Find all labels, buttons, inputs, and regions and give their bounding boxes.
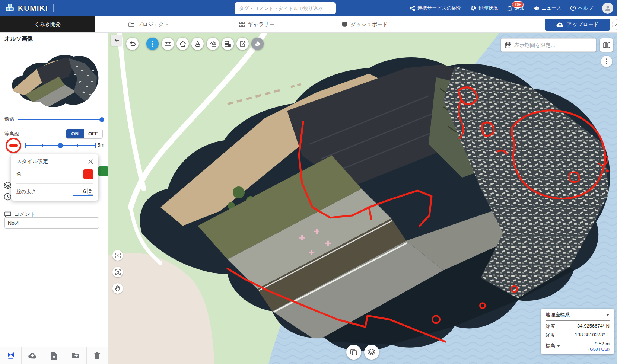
tab-dashboard-label: ダッシュボード [351, 21, 388, 28]
stepper-down-icon[interactable] [89, 192, 92, 194]
map-viewport[interactable]: 地理座標系 緯度 34.9256674° N 経度 138.3810278° E… [108, 33, 617, 364]
map-icon [603, 42, 610, 48]
coordinates-panel: 地理座標系 緯度 34.9256674° N 経度 138.3810278° E… [541, 309, 614, 354]
move-to-folder-button[interactable] [65, 347, 87, 364]
transparency-slider[interactable] [18, 119, 104, 120]
thickness-input[interactable] [73, 188, 86, 194]
news-label: ニュース [541, 5, 561, 12]
thickness-label: 線の太さ [16, 188, 36, 195]
transparency-slider-knob[interactable] [99, 117, 104, 122]
contour-line-swatch [9, 144, 18, 147]
more-tools-button[interactable] [146, 38, 159, 50]
chevron-down-icon [606, 314, 610, 316]
date-filter-input[interactable] [514, 42, 592, 48]
copy-icon [350, 349, 357, 355]
measure-area-button[interactable] [176, 38, 189, 50]
chevron-up-icon [615, 23, 617, 26]
help-label: ヘルプ [578, 5, 593, 12]
bottom-map-buttons [346, 345, 379, 360]
hand-icon [115, 285, 120, 291]
report-button[interactable] [43, 347, 65, 364]
global-search-input[interactable] [235, 2, 336, 14]
help-link[interactable]: ヘルプ [570, 5, 593, 12]
elevation-selector[interactable]: 標高 [546, 341, 560, 351]
notifications-link[interactable]: 通知 20+ [507, 5, 524, 12]
gsi-link[interactable]: GSI [601, 347, 608, 351]
collapse-left-icon [113, 38, 119, 42]
fit-bounds-icon [115, 253, 121, 258]
top-links: 連携サービスの紹介 処理状況 通知 [410, 0, 613, 16]
news-link[interactable]: ニュース [533, 5, 561, 12]
layers-icon[interactable] [4, 182, 12, 191]
measure-volume-button[interactable] [191, 38, 204, 50]
kebab-icon [152, 41, 153, 47]
kumiki-cubes-icon [5, 3, 15, 13]
partner-services-link[interactable]: 連携サービスの紹介 [410, 5, 461, 12]
user-avatar[interactable] [602, 3, 613, 14]
calendar-icon [505, 42, 511, 48]
apply-button-partial[interactable] [98, 166, 108, 176]
document-icon [51, 352, 57, 360]
profile-icon [210, 41, 216, 47]
folder-icon [128, 22, 134, 27]
contour-interval-slider[interactable] [25, 143, 96, 149]
cone-icon [195, 41, 201, 47]
tab-projects[interactable]: プロジェクト [95, 16, 203, 32]
basemap-button[interactable] [600, 38, 613, 52]
elevation-source-links: (GSJ | GSI) [588, 347, 610, 351]
undo-icon [129, 41, 136, 47]
tab-gallery[interactable]: ギャラリー [203, 16, 311, 32]
tab-dashboard[interactable]: ダッシュボード [311, 16, 419, 32]
workspace-tab-label: くみき開発 [34, 21, 61, 28]
undo-button[interactable] [126, 38, 139, 50]
measure-distance-button[interactable] [162, 38, 174, 50]
tab-gallery-label: ギャラリー [248, 21, 274, 28]
comment-input[interactable] [4, 217, 99, 229]
gsj-link[interactable]: GSJ [590, 347, 598, 351]
edit-annotation-button[interactable] [236, 38, 249, 50]
compare-button[interactable] [222, 38, 234, 50]
delete-button[interactable] [87, 347, 108, 364]
focus-extent-button[interactable] [112, 267, 123, 277]
share-icon [410, 6, 415, 11]
layers-panel-button[interactable] [364, 345, 379, 360]
collapse-sidebar-button[interactable] [111, 35, 122, 46]
layers-icon [368, 349, 375, 355]
comment-header: コメント [4, 211, 35, 218]
workspace-tab[interactable]: くみき開発 [0, 16, 95, 32]
brand-logo[interactable]: KUMIKI [0, 3, 53, 13]
color-swatch[interactable] [83, 169, 93, 179]
top-navbar: KUMIKI 連携サービスの紹介 [0, 0, 617, 16]
download-button[interactable] [22, 347, 43, 364]
pan-hand-button[interactable] [112, 283, 123, 294]
comment-bubble-icon [4, 211, 11, 217]
thickness-stepper[interactable] [87, 188, 93, 195]
scan-x-export-button[interactable] [0, 347, 22, 364]
monitor-icon [342, 22, 348, 27]
style-popup-title: スタイル設定 [16, 158, 48, 165]
contour-interval-row: 5m [0, 137, 108, 154]
collapse-header-button[interactable] [612, 19, 617, 30]
brand-divider [53, 4, 54, 12]
close-icon[interactable] [88, 159, 93, 164]
processing-status-link[interactable]: 処理状況 [470, 5, 498, 12]
speaker-icon [533, 6, 539, 11]
stepper-up-icon[interactable] [89, 189, 92, 191]
processing-status-label: 処理状況 [478, 5, 498, 12]
map-options-button[interactable] [601, 56, 612, 67]
ortho-thumbnail[interactable] [3, 47, 105, 110]
latitude-label: 緯度 [546, 323, 555, 330]
screenshot-compare-button[interactable] [346, 345, 361, 360]
contour-style-button[interactable] [6, 138, 21, 153]
fit-bounds-button[interactable] [112, 250, 123, 261]
elevation-profile-button[interactable] [207, 38, 219, 50]
help-icon [570, 5, 576, 11]
eraser-button[interactable] [251, 38, 264, 50]
crs-selector[interactable]: 地理座標系 [546, 312, 610, 321]
upload-button[interactable]: アップロード [545, 19, 610, 31]
eraser-icon [254, 41, 261, 47]
paren: ) [608, 347, 610, 351]
clock-icon[interactable] [4, 193, 12, 202]
cloud-upload-icon [556, 22, 564, 28]
app-window: KUMIKI 連携サービスの紹介 [0, 0, 617, 364]
